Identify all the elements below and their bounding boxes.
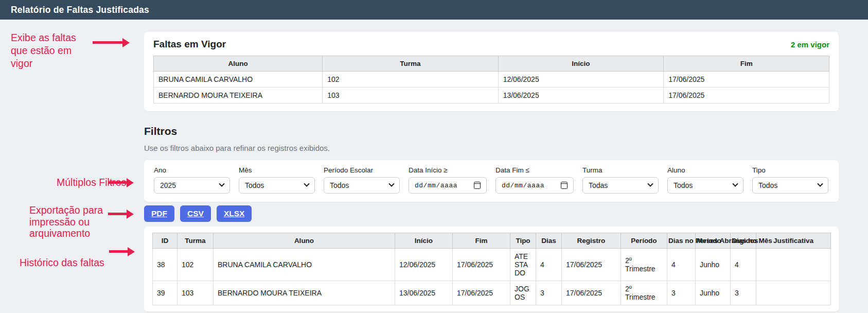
cell-registro: 17/06/2025	[562, 249, 621, 281]
header-cell-fim: Fim	[453, 233, 510, 249]
cell-dias-no-periodo: 3	[667, 281, 696, 305]
header-cell-tipo: Tipo	[510, 233, 536, 249]
mes-select[interactable]: Todos	[239, 177, 315, 194]
chevron-down-icon	[388, 181, 394, 187]
periodo-escolar-select[interactable]: Todos	[324, 177, 400, 194]
cell-inicio: 13/06/2025	[498, 88, 664, 103]
filters-section: Filtros Use os filtros abaixo para refin…	[144, 125, 839, 152]
history-table: ID Turma Aluno Início Fim Tipo Dias Regi…	[152, 233, 831, 305]
header-cell-aluno: Aluno	[154, 56, 323, 72]
cell-meses-abrangidos: Junho	[696, 249, 731, 281]
red-arrow-icon	[108, 181, 127, 184]
filter-label: Aluno	[667, 166, 743, 174]
cell-aluno: BRUNA CAMILA CARVALHO	[154, 72, 323, 88]
filters-title: Filtros	[144, 125, 839, 137]
select-value: Todos	[758, 181, 777, 189]
chevron-down-icon	[817, 181, 823, 187]
select-value: Todos	[674, 181, 693, 189]
filter-field-tipo: Tipo Todos	[752, 166, 828, 194]
cell-periodo: 2º Trimestre	[621, 281, 667, 305]
header-cell-registro: Registro	[562, 233, 621, 249]
main-content: Faltas em Vigor 2 em vigor Aluno Turma I…	[144, 32, 839, 313]
filter-field-turma: Turma Todas	[582, 166, 659, 194]
filter-label: Mês	[239, 166, 315, 174]
calendar-icon[interactable]	[474, 182, 481, 189]
cell-fim: 17/06/2025	[664, 72, 829, 88]
red-arrow-icon	[93, 41, 122, 44]
header-cell-dias: Dias	[536, 233, 562, 249]
table-row: BRUNA CAMILA CARVALHO 102 12/06/2025 17/…	[154, 72, 829, 88]
header-cell-dias-no-periodo: Dias no Período	[667, 233, 696, 249]
chevron-down-icon	[219, 181, 224, 187]
cell-tipo: JOGOS	[510, 281, 536, 305]
table-row: 39 103 BERNARDO MOURA TEIXEIRA 13/06/202…	[153, 281, 831, 305]
calendar-icon[interactable]	[561, 182, 568, 189]
export-xlsx-button[interactable]: XLSX	[217, 205, 252, 222]
select-value: Todos	[330, 181, 349, 189]
cell-aluno: BRUNA CAMILA CARVALHO	[214, 249, 395, 281]
select-value: 2025	[160, 181, 176, 189]
cell-id: 38	[153, 249, 178, 281]
cell-dias: 4	[536, 249, 562, 281]
aluno-select[interactable]: Todos	[667, 177, 743, 194]
data-fim-input[interactable]: dd/mm/aaaa	[495, 177, 574, 194]
faltas-em-vigor-card: Faltas em Vigor 2 em vigor Aluno Turma I…	[144, 32, 839, 111]
header-cell-inicio: Início	[395, 233, 453, 249]
annotation-export-note: Exportação para impressão ou arquivament…	[29, 204, 122, 239]
red-arrow-icon	[108, 213, 127, 215]
header-cell-fim: Fim	[664, 56, 829, 72]
filter-field-ano: Ano 2025	[154, 166, 230, 194]
cell-fim: 17/06/2025	[664, 88, 829, 103]
filter-field-mes: Mês Todos	[239, 166, 315, 194]
export-csv-button[interactable]: CSV	[180, 205, 211, 222]
history-header-row: ID Turma Aluno Início Fim Tipo Dias Regi…	[153, 233, 831, 249]
cell-turma: 103	[323, 88, 498, 103]
cell-fim: 17/06/2025	[453, 281, 510, 305]
cell-justificativa	[756, 249, 831, 281]
filter-field-periodo-escolar: Período Escolar Todos	[324, 166, 400, 194]
filters-subtitle: Use os filtros abaixo para refinar os re…	[144, 144, 839, 152]
cell-turma: 103	[178, 281, 214, 305]
filter-label: Tipo	[752, 166, 828, 174]
cell-aluno: BERNARDO MOURA TEIXEIRA	[154, 88, 323, 103]
header-cell-inicio: Início	[498, 56, 664, 72]
history-card: ID Turma Aluno Início Fim Tipo Dias Regi…	[144, 227, 839, 311]
cell-dias: 3	[536, 281, 562, 305]
filter-controls-card: Ano 2025 Mês Todos Período Escolar Todos…	[144, 160, 839, 202]
header-cell-id: ID	[153, 233, 178, 249]
filter-label: Turma	[582, 166, 659, 174]
red-arrow-icon	[109, 250, 128, 253]
table-row: 38 102 BRUNA CAMILA CARVALHO 12/06/2025 …	[153, 249, 831, 281]
select-value: Todos	[245, 181, 264, 189]
filter-label: Data Início ≥	[409, 166, 487, 174]
ano-select[interactable]: 2025	[154, 177, 230, 194]
select-value: Todas	[589, 181, 608, 189]
cell-periodo: 2º Trimestre	[621, 249, 667, 281]
header-cell-aluno: Aluno	[214, 233, 395, 249]
data-inicio-input[interactable]: dd/mm/aaaa	[409, 177, 487, 194]
cell-dias-no-mes: 3	[731, 281, 756, 305]
filter-field-data-fim: Data Fim ≤ dd/mm/aaaa	[495, 166, 574, 194]
cell-tipo: ATESTADO	[510, 249, 536, 281]
cell-inicio: 13/06/2025	[395, 281, 453, 305]
header-cell-meses-abrangidos: Meses Abrangidos	[696, 233, 731, 249]
vigor-count-badge: 2 em vigor	[791, 40, 829, 49]
chevron-down-icon	[647, 181, 653, 187]
export-buttons-row: PDF CSV XLSX	[144, 205, 839, 222]
cell-id: 39	[153, 281, 178, 305]
filter-label: Data Fim ≤	[495, 166, 574, 174]
cell-inicio: 12/06/2025	[395, 249, 453, 281]
cell-inicio: 12/06/2025	[498, 72, 664, 88]
cell-aluno: BERNARDO MOURA TEIXEIRA	[214, 281, 395, 305]
turma-select[interactable]: Todas	[582, 177, 659, 194]
annotation-vigor-note: Exibe as faltas que estão em vigor	[11, 31, 88, 70]
header-cell-turma: Turma	[178, 233, 214, 249]
filter-label: Ano	[154, 166, 230, 174]
tipo-select[interactable]: Todos	[752, 177, 828, 194]
filter-label: Período Escolar	[324, 166, 400, 174]
export-pdf-button[interactable]: PDF	[144, 205, 174, 222]
chevron-down-icon	[304, 181, 309, 187]
date-placeholder: dd/mm/aaaa	[415, 182, 457, 189]
cell-dias-no-periodo: 4	[667, 249, 696, 281]
page-title: Relatório de Faltas Justificadas	[11, 5, 149, 15]
